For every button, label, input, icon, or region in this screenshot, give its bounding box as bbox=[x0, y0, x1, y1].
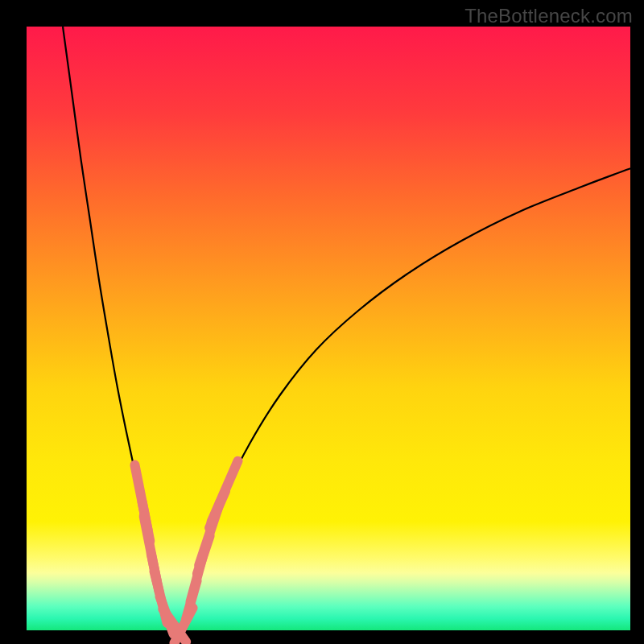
chart-plot-area bbox=[27, 27, 630, 630]
curve-marker bbox=[211, 461, 237, 522]
chart-svg bbox=[27, 27, 630, 630]
chart-frame: TheBottleneck.com bbox=[0, 0, 644, 644]
curve-markers bbox=[134, 461, 237, 643]
watermark-text: TheBottleneck.com bbox=[464, 5, 633, 27]
